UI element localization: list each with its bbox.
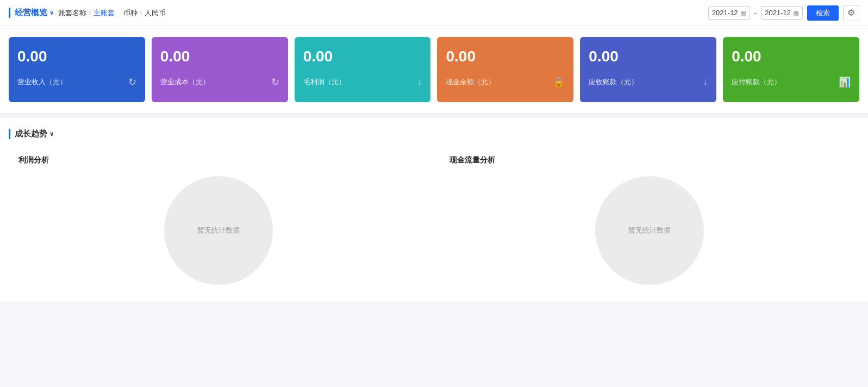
cards-section: 0.00 营业收入（元） ↻ 0.00 营业成本（元） ↻ 0.00 毛利润（元… (0, 26, 868, 114)
card-icon-gross_profit: ↓ (417, 76, 422, 88)
gear-icon: ⚙ (847, 8, 855, 18)
card-value-cash: 0.00 (446, 48, 565, 65)
chart-empty-cashflow_chart: 暂无统计数据 (595, 176, 704, 285)
card-label-row-receivable: 应收账款（元） ↓ (589, 76, 708, 88)
card-value-revenue: 0.00 (17, 48, 136, 65)
card-label-cost: 营业成本（元） (160, 77, 210, 87)
card-revenue[interactable]: 0.00 营业收入（元） ↻ (9, 37, 145, 102)
cards-grid: 0.00 营业收入（元） ↻ 0.00 营业成本（元） ↻ 0.00 毛利润（元… (9, 37, 859, 102)
page-title[interactable]: 经营概览 ∨ (9, 8, 54, 18)
card-value-cost: 0.00 (160, 48, 279, 65)
date-to-value: 2021-12 (765, 9, 791, 17)
card-receivable[interactable]: 0.00 应收账款（元） ↓ (580, 37, 716, 102)
toolbar-meta: 账套名称：主账套 币种：人民币 (58, 8, 166, 18)
chart-empty-profit_chart: 暂无统计数据 (164, 176, 273, 285)
card-label-row-payable: 应付账款（元） 📊 (732, 76, 851, 88)
account-label: 账套名称：主账套 (58, 8, 115, 18)
growth-section: 成长趋势 ∨ 利润分析 暂无统计数据 现金流量分析 暂无统计数据 (0, 118, 868, 301)
chart-title-cashflow_chart: 现金流量分析 (445, 155, 854, 165)
card-value-payable: 0.00 (732, 48, 851, 65)
date-separator: - (754, 9, 757, 17)
date-to-input[interactable]: 2021-12 ▦ (761, 6, 803, 20)
chevron-down-icon: ∨ (49, 9, 54, 16)
toolbar-left: 经营概览 ∨ 账套名称：主账套 币种：人民币 (9, 8, 708, 18)
toolbar-right: 2021-12 ▦ - 2021-12 ▦ 检索 ⚙ (708, 5, 859, 21)
settings-button[interactable]: ⚙ (843, 5, 859, 21)
card-cash[interactable]: 0.00 现金余额（元） 🔒 (437, 37, 573, 102)
card-label-receivable: 应收账款（元） (589, 77, 638, 87)
card-gross_profit[interactable]: 0.00 毛利润（元） ↓ (295, 37, 431, 102)
card-payable[interactable]: 0.00 应付账款（元） 📊 (723, 37, 859, 102)
calendar-icon-to: ▦ (793, 9, 799, 17)
card-label-row-revenue: 营业收入（元） ↻ (17, 76, 136, 88)
card-value-gross_profit: 0.00 (303, 48, 422, 65)
growth-chevron-icon: ∨ (49, 130, 54, 138)
chart-title-profit_chart: 利润分析 (14, 155, 423, 165)
growth-title[interactable]: 成长趋势 ∨ (9, 129, 859, 139)
card-icon-cost: ↻ (271, 76, 279, 88)
page-title-text: 经营概览 (15, 8, 47, 18)
growth-title-text: 成长趋势 (15, 129, 47, 139)
toolbar: 经营概览 ∨ 账套名称：主账套 币种：人民币 2021-12 ▦ - 2021-… (0, 0, 868, 26)
card-icon-cash: 🔒 (553, 76, 565, 88)
currency-label: 币种：人民币 (123, 8, 166, 18)
card-icon-revenue: ↻ (128, 76, 136, 88)
card-value-receivable: 0.00 (589, 48, 708, 65)
calendar-icon-from: ▦ (740, 9, 746, 17)
card-label-payable: 应付账款（元） (732, 77, 781, 87)
card-label-revenue: 营业收入（元） (17, 77, 67, 87)
card-label-row-cash: 现金余额（元） 🔒 (446, 76, 565, 88)
card-label-row-cost: 营业成本（元） ↻ (160, 76, 279, 88)
date-from-input[interactable]: 2021-12 ▦ (708, 6, 750, 20)
card-label-row-gross_profit: 毛利润（元） ↓ (303, 76, 422, 88)
card-label-cash: 现金余额（元） (446, 77, 495, 87)
card-icon-receivable: ↓ (703, 76, 708, 88)
card-cost[interactable]: 0.00 营业成本（元） ↻ (152, 37, 288, 102)
charts-row: 利润分析 暂无统计数据 现金流量分析 暂无统计数据 (9, 150, 859, 290)
chart-container-profit_chart: 利润分析 暂无统计数据 (9, 150, 429, 290)
card-icon-payable: 📊 (839, 76, 851, 88)
chart-container-cashflow_chart: 现金流量分析 暂无统计数据 (440, 150, 860, 290)
search-button[interactable]: 检索 (807, 5, 839, 21)
date-from-value: 2021-12 (712, 9, 738, 17)
card-label-gross_profit: 毛利润（元） (303, 77, 346, 87)
